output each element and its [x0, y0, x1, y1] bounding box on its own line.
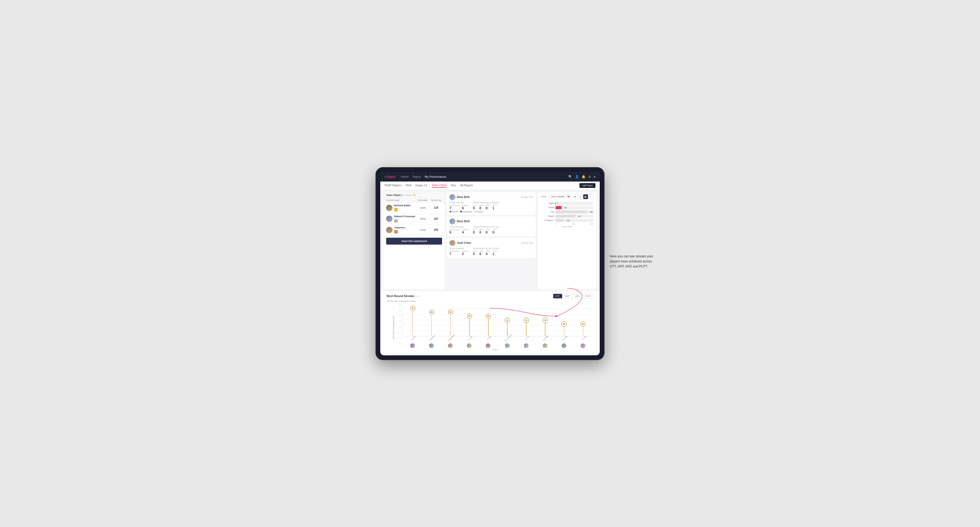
tournament-value: 7: [450, 252, 460, 256]
bar-track: 131: [555, 219, 593, 222]
streak-badge: 3x: [562, 322, 567, 327]
practice-activities-group: Total Practice Activities OTT 0 APP 0: [473, 226, 499, 234]
show-row: Show Last 3 months Last 6 months Last ye…: [540, 194, 594, 199]
card-avatar: [450, 219, 455, 224]
player-row[interactable]: Edward Crossman 2 18/20 107: [383, 213, 445, 225]
player-score: 17/20: [415, 229, 430, 231]
streak-chart: 0 1 2 3 4 5 6 7: [397, 305, 593, 351]
logo: clippd: [385, 175, 396, 179]
bar-value: 3: [557, 202, 558, 204]
settings-icon[interactable]: ⊕: [588, 175, 591, 179]
card-avatar: [450, 240, 455, 246]
player-avatar-item: [422, 343, 441, 348]
chart-title: Total Shots: [541, 226, 593, 227]
sub-nav-tour[interactable]: Tour: [451, 184, 456, 187]
list-view-icon[interactable]: ≡: [578, 194, 583, 199]
total-rounds-group: Total Rounds Tournament 7 Practice 6: [450, 202, 469, 210]
player-row[interactable]: Cameron... 3 17/20 103: [383, 225, 445, 236]
show-label: Show: [541, 195, 546, 198]
putt-value: 1: [492, 252, 497, 256]
practice-activities-group: Total Practice Activities OTT 0 APP 0: [473, 248, 499, 256]
sub-nav-pga[interactable]: PGA: [405, 184, 411, 187]
putt-value: 1: [492, 206, 497, 210]
activity-sub-row: OTT 0 APP 0 ARG 0: [473, 229, 499, 234]
bell-icon[interactable]: 🔔: [582, 175, 585, 179]
team-name: Team Clippd | 14 Players ✏️: [386, 194, 416, 197]
player-avatar: [429, 343, 434, 348]
edit-icon[interactable]: ✏️: [413, 194, 416, 197]
y-tick-7: 7: [397, 305, 402, 306]
col-player-label: PLAYER NAME: [386, 199, 415, 201]
tournament-stat: Tournament 8: [450, 229, 460, 234]
app-tab[interactable]: APP: [563, 294, 572, 298]
streak-bars-area: 7x 6x: [402, 305, 593, 337]
player-row[interactable]: Richard Butler 1 19/20 110: [383, 203, 445, 214]
sub-nav-all-players[interactable]: All Players: [460, 184, 473, 187]
card-header: Rees Britt 02 Sep 2023: [450, 194, 533, 200]
nav-teams[interactable]: Teams: [412, 175, 421, 178]
streak-line: [469, 319, 470, 336]
bar-label: D. Bogeys +: [541, 219, 554, 221]
sub-nav-hcaps[interactable]: Hcaps 1-5: [415, 184, 428, 187]
nav-home[interactable]: Home: [401, 175, 409, 178]
player-avatar-item: [498, 343, 516, 348]
card-avatar: [450, 194, 455, 200]
app-value: 0: [479, 230, 483, 234]
bar-label: Pars: [541, 211, 554, 213]
y-ticks: 0 1 2 3 4 5 6 7: [397, 305, 402, 344]
bar-value: 96: [564, 206, 566, 208]
bar-fill: 311: [555, 214, 575, 218]
streak-badge: 3x: [580, 322, 585, 327]
search-icon[interactable]: 🔍: [568, 175, 572, 179]
stats-chart-panel: Show Last 3 months Last 6 months Last ye…: [538, 192, 597, 289]
player-name: Cameron...: [394, 226, 415, 229]
bar-label: Birdies: [541, 206, 554, 208]
card-date: 26 Aug 2023: [521, 242, 533, 244]
player-avatar: [467, 343, 472, 348]
player-avatar: [505, 343, 510, 348]
period-select[interactable]: Last 3 months Last 6 months Last year: [548, 194, 571, 199]
streak-line: [526, 323, 527, 336]
arg-stat: ARG 0: [486, 205, 490, 210]
streak-line: [450, 315, 451, 336]
arg-stat: ARG 0: [486, 250, 490, 256]
player-cards-panel: Rees Britt 02 Sep 2023 Total Rounds Tour…: [447, 192, 536, 289]
tournament-label: Tournament: [462, 211, 472, 213]
practice-activities-group: Total Practice Activities OTT 0 APP 0: [473, 202, 499, 210]
view-full-leaderboard-button[interactable]: View Full Leaderboard: [386, 238, 442, 244]
add-team-button[interactable]: Add Team: [579, 183, 595, 188]
sub-nav-pgat[interactable]: PGAT Players: [385, 184, 401, 187]
arg-stat: ARG 0: [486, 229, 490, 234]
profile-icon[interactable]: ●: [593, 175, 595, 179]
ott-tab[interactable]: OTT: [553, 294, 562, 298]
tournament-stat: Tournament 7: [450, 250, 460, 256]
stats-row: Total Rounds Tournament 7 Practice 2: [450, 248, 533, 256]
table-view-icon[interactable]: ↕: [589, 194, 593, 199]
x-label-0: 0: [555, 223, 557, 225]
player-score: 19/20: [415, 206, 430, 209]
user-icon[interactable]: 👤: [575, 175, 579, 179]
arg-tab[interactable]: ARG: [573, 294, 582, 298]
practice-value: 4: [462, 230, 469, 234]
practice-stat: Practice 4: [462, 229, 469, 234]
chart-xaxis: 0 200 400: [541, 223, 593, 225]
streak-line: [583, 327, 584, 336]
player-avatar-item: [574, 343, 592, 348]
col-score-label: PB SCORE: [415, 199, 430, 201]
player-count: 14 Players: [402, 194, 412, 197]
grid-view-icon[interactable]: ⊞: [573, 194, 578, 199]
player-avatar-item: [536, 343, 554, 348]
y-tick-2: 2: [397, 332, 402, 333]
card-player-name: Josh Coles: [457, 241, 471, 244]
chart-view-icon[interactable]: ▦: [583, 194, 588, 199]
bar-value: 499: [590, 211, 593, 213]
putt-tab[interactable]: PUTT: [583, 294, 593, 298]
player-name-labels: E. Ewert B. McHerg D. Billingham J. Cole…: [402, 337, 593, 339]
sub-nav-team-clippd[interactable]: Team Clippd: [432, 184, 447, 187]
card-header: Rees Britt: [450, 219, 533, 224]
app-stat: APP 0: [479, 229, 483, 234]
nav-my-performance[interactable]: My Performance: [425, 175, 446, 178]
view-icons: ⊞ ≡ ▦ ↕: [573, 194, 593, 199]
avatar: [386, 205, 393, 211]
player-avatar: [524, 343, 529, 348]
